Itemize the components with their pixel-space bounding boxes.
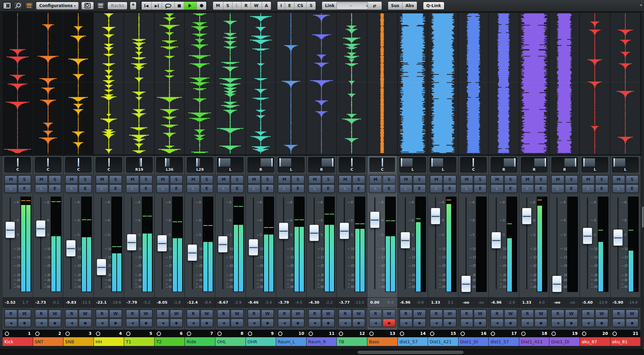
- write-button[interactable]: W: [595, 310, 608, 318]
- link-edit-button[interactable]: e: [370, 3, 379, 9]
- channel-name[interactable]: TB: [337, 337, 367, 346]
- channel-number-row[interactable]: 11: [307, 330, 337, 337]
- channel-name[interactable]: dist1_57: [398, 337, 428, 346]
- monitor-button[interactable]: ◀: [126, 319, 139, 327]
- channel-number-row[interactable]: 2: [33, 330, 63, 337]
- channel-mode-a[interactable]: A: [262, 2, 271, 10]
- write-button[interactable]: W: [201, 310, 213, 318]
- edit-button[interactable]: E: [261, 185, 274, 193]
- mute-button[interactable]: M: [65, 175, 78, 184]
- channel-mode-r[interactable]: R: [241, 2, 251, 10]
- mute-button[interactable]: M: [187, 175, 199, 184]
- record-enable-button[interactable]: ●: [565, 319, 578, 327]
- channel-number-row[interactable]: 9: [246, 330, 276, 337]
- listen-button[interactable]: L: [65, 185, 78, 193]
- racks-menu-button[interactable]: [96, 2, 105, 10]
- listen-button[interactable]: L: [582, 185, 594, 193]
- solo-button[interactable]: S: [413, 175, 426, 184]
- channel-name[interactable]: Dist1_421: [519, 337, 549, 346]
- edit-button[interactable]: E: [474, 185, 486, 193]
- channel-name[interactable]: Kick: [3, 337, 33, 346]
- monitor-button[interactable]: ◀: [339, 319, 351, 327]
- monitor-button[interactable]: ◀: [65, 319, 78, 327]
- solo-button[interactable]: S: [595, 175, 608, 184]
- read-button[interactable]: R: [35, 310, 48, 318]
- configurations-dropdown[interactable]: Configurations ▾: [36, 2, 79, 10]
- listen-button[interactable]: L: [278, 185, 290, 193]
- pan-control[interactable]: L: [430, 157, 456, 172]
- read-button[interactable]: R: [491, 310, 503, 318]
- read-button[interactable]: R: [309, 310, 321, 318]
- write-button[interactable]: W: [49, 310, 61, 318]
- listen-button[interactable]: L: [369, 185, 382, 193]
- channel-mode-m[interactable]: M: [213, 2, 223, 10]
- rack-filter-cs[interactable]: CS: [294, 2, 307, 10]
- absolute-button[interactable]: Abs: [402, 2, 417, 10]
- record-enable-button[interactable]: ●: [231, 319, 243, 327]
- channel-name[interactable]: T1: [124, 337, 154, 346]
- volume-fader[interactable]: [187, 244, 197, 261]
- go-end-button[interactable]: ▶: [152, 2, 162, 10]
- volume-fader[interactable]: [5, 221, 15, 238]
- edit-button[interactable]: E: [413, 185, 426, 193]
- mute-button[interactable]: M: [400, 175, 412, 184]
- pan-control[interactable]: L: [399, 157, 426, 172]
- channel-mode-s[interactable]: S: [223, 2, 233, 10]
- pan-control[interactable]: R: [248, 157, 274, 172]
- listen-button[interactable]: L: [612, 185, 625, 193]
- cycle-button[interactable]: [162, 2, 175, 10]
- read-button[interactable]: R: [400, 310, 412, 318]
- channel-number-row[interactable]: 4: [94, 330, 124, 337]
- channel-name[interactable]: T2: [155, 337, 185, 346]
- pan-control[interactable]: R: [308, 157, 335, 172]
- volume-fader[interactable]: [127, 234, 137, 251]
- solo-button[interactable]: S: [201, 175, 213, 184]
- channel-number-row[interactable]: 19: [549, 330, 580, 337]
- read-button[interactable]: R: [521, 310, 534, 318]
- volume-fader[interactable]: [309, 224, 319, 241]
- record-enable-button[interactable]: ●: [109, 319, 122, 327]
- edit-button[interactable]: E: [626, 185, 638, 193]
- volume-fader[interactable]: [491, 232, 501, 249]
- pan-control[interactable]: R: [491, 157, 517, 172]
- link-button[interactable]: Link – ▾ e: [322, 2, 382, 10]
- edit-button[interactable]: E: [18, 185, 31, 193]
- edit-button[interactable]: E: [504, 185, 517, 193]
- volume-fader[interactable]: [613, 229, 623, 246]
- listen-button[interactable]: L: [126, 185, 139, 193]
- channel-name[interactable]: aku_81: [610, 337, 641, 346]
- record-enable-button[interactable]: ●: [49, 319, 61, 327]
- volume-fader[interactable]: [157, 235, 167, 252]
- read-button[interactable]: R: [278, 310, 290, 318]
- edit-button[interactable]: E: [140, 185, 152, 193]
- record-enable-button[interactable]: ●: [18, 319, 31, 327]
- mute-button[interactable]: M: [217, 175, 230, 184]
- pan-control[interactable]: L: [612, 157, 639, 172]
- channel-number-row[interactable]: 15: [428, 330, 458, 337]
- record-enable-button[interactable]: ●: [170, 319, 182, 327]
- read-button[interactable]: R: [551, 310, 564, 318]
- listen-button[interactable]: L: [309, 185, 321, 193]
- edit-button[interactable]: E: [201, 185, 213, 193]
- read-button[interactable]: R: [430, 310, 442, 318]
- write-button[interactable]: W: [535, 310, 547, 318]
- solo-button[interactable]: S: [565, 175, 578, 184]
- mute-button[interactable]: M: [491, 175, 503, 184]
- pan-control[interactable]: R19: [126, 157, 153, 172]
- suspend-button[interactable]: Sus: [388, 2, 402, 10]
- qlink-button[interactable]: Q-Link: [423, 2, 444, 10]
- listen-button[interactable]: L: [400, 185, 412, 193]
- monitor-button[interactable]: ◀: [35, 319, 48, 327]
- solo-button[interactable]: S: [291, 175, 304, 184]
- find-channel-button[interactable]: [14, 2, 22, 10]
- write-button[interactable]: W: [353, 310, 365, 318]
- write-button[interactable]: W: [565, 310, 578, 318]
- channel-name[interactable]: Bass: [367, 337, 397, 346]
- toolbar-options-caret[interactable]: ▾: [640, 3, 642, 7]
- mute-button[interactable]: M: [126, 175, 139, 184]
- record-enable-button[interactable]: ●: [535, 319, 547, 327]
- visibility-button[interactable]: [25, 2, 34, 10]
- pan-control[interactable]: C: [4, 157, 31, 172]
- channel-number-row[interactable]: 14: [398, 330, 428, 337]
- write-button[interactable]: W: [109, 310, 122, 318]
